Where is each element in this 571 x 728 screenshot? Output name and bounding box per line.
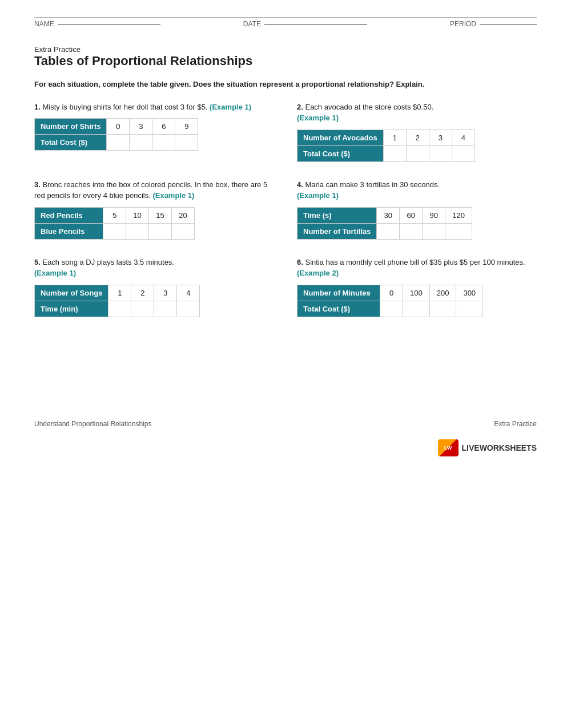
table-cell: 3 bbox=[429, 130, 452, 145]
table-row: Total Cost ($) bbox=[35, 135, 198, 151]
problem-3-text: 3. Bronc reaches into the box of colored… bbox=[34, 179, 274, 201]
row-header: Total Cost ($) bbox=[297, 301, 380, 317]
table-cell[interactable] bbox=[154, 301, 177, 317]
problem-1-number: 1. bbox=[34, 103, 41, 111]
table-cell: 6 bbox=[152, 119, 175, 135]
table-cell: 200 bbox=[429, 285, 456, 301]
problem-1-desc: Misty is buying shirts for her doll that… bbox=[42, 103, 207, 111]
instructions: For each situation, complete the table g… bbox=[34, 79, 537, 90]
row-header: Number of Avocados bbox=[297, 130, 384, 145]
table-cell[interactable] bbox=[429, 301, 456, 317]
row-header: Total Cost ($) bbox=[297, 145, 384, 161]
problem-1-text: 1. Misty is buying shirts for her doll t… bbox=[34, 102, 274, 113]
row-header: Time (s) bbox=[297, 207, 377, 223]
table-cell[interactable] bbox=[423, 223, 445, 239]
table-cell: 1 bbox=[383, 130, 406, 145]
table-cell[interactable] bbox=[400, 223, 423, 239]
problem-3-number: 3. bbox=[34, 180, 41, 189]
problem-6-number: 6. bbox=[297, 258, 303, 266]
problem-1-example: (Example 1) bbox=[210, 103, 251, 111]
footer-left: Understand Proportional Relationships bbox=[34, 420, 151, 428]
name-field: NAME bbox=[34, 20, 160, 28]
table-cell: 100 bbox=[403, 285, 430, 301]
table-cell[interactable] bbox=[131, 301, 154, 317]
problem-3-table: Red Pencils 5 10 15 20 Blue Pencils bbox=[34, 207, 195, 240]
problem-1: 1. Misty is buying shirts for her doll t… bbox=[34, 102, 274, 162]
table-cell: 120 bbox=[445, 207, 472, 223]
table-cell: 15 bbox=[149, 207, 172, 223]
problem-2: 2. Each avocado at the store costs $0.50… bbox=[297, 102, 537, 162]
problem-4-example: (Example 1) bbox=[297, 191, 339, 200]
row-header: Time (min) bbox=[35, 301, 108, 317]
footer: Understand Proportional Relationships Ex… bbox=[34, 420, 537, 428]
table-cell: 4 bbox=[177, 285, 200, 301]
table-cell[interactable] bbox=[107, 135, 130, 151]
table-cell: 90 bbox=[423, 207, 445, 223]
table-cell[interactable] bbox=[152, 135, 175, 151]
table-cell[interactable] bbox=[177, 301, 200, 317]
problem-4-desc: Maria can make 3 tortillas in 30 seconds… bbox=[305, 180, 440, 189]
table-cell: 2 bbox=[131, 285, 154, 301]
date-field: DATE bbox=[243, 20, 367, 28]
problem-2-desc: Each avocado at the store costs $0.50. bbox=[305, 103, 433, 111]
table-row: Number of Minutes 0 100 200 300 bbox=[297, 285, 483, 301]
row-header: Total Cost ($) bbox=[35, 135, 107, 151]
problem-6-table: Number of Minutes 0 100 200 300 Total Co… bbox=[297, 285, 483, 317]
name-label: NAME bbox=[34, 20, 54, 28]
problem-4-text: 4. Maria can make 3 tortillas in 30 seco… bbox=[297, 179, 537, 201]
table-cell: 2 bbox=[406, 130, 429, 145]
problem-5-desc: Each song a DJ plays lasts 3.5 minutes. bbox=[42, 258, 174, 266]
name-line bbox=[58, 24, 160, 25]
table-cell[interactable] bbox=[380, 301, 403, 317]
table-cell: 4 bbox=[452, 130, 475, 145]
problem-6-example: (Example 2) bbox=[297, 269, 339, 277]
problem-5: 5. Each song a DJ plays lasts 3.5 minute… bbox=[34, 257, 274, 317]
table-row: Red Pencils 5 10 15 20 bbox=[35, 207, 195, 223]
date-label: DATE bbox=[243, 20, 261, 28]
table-cell[interactable] bbox=[445, 223, 472, 239]
row-header: Number of Minutes bbox=[297, 285, 380, 301]
problem-2-table: Number of Avocados 1 2 3 4 Total Cost ($… bbox=[297, 130, 475, 162]
table-row: Time (min) bbox=[35, 301, 200, 317]
table-cell[interactable] bbox=[130, 135, 152, 151]
table-cell[interactable] bbox=[149, 223, 172, 239]
table-row: Time (s) 30 60 90 120 bbox=[297, 207, 472, 223]
table-cell[interactable] bbox=[172, 223, 195, 239]
row-header: Number of Songs bbox=[35, 285, 108, 301]
row-header: Number of Shirts bbox=[35, 119, 107, 135]
table-cell[interactable] bbox=[383, 145, 406, 161]
table-cell[interactable] bbox=[452, 145, 475, 161]
title-section: Extra Practice Tables of Proportional Re… bbox=[34, 45, 537, 68]
table-row: Number of Tortillas bbox=[297, 223, 472, 239]
table-cell[interactable] bbox=[108, 301, 131, 317]
row-header: Red Pencils bbox=[35, 207, 103, 223]
problem-5-example: (Example 1) bbox=[34, 269, 76, 277]
problem-6-text: 6. Sintia has a monthly cell phone bill … bbox=[297, 257, 537, 279]
date-line bbox=[264, 24, 367, 25]
period-label: PERIOD bbox=[450, 20, 476, 28]
liveworksheets-branding: LW LIVEWORKSHEETS bbox=[34, 439, 537, 456]
table-row: Number of Songs 1 2 3 4 bbox=[35, 285, 200, 301]
period-line bbox=[480, 24, 537, 25]
table-cell[interactable] bbox=[126, 223, 149, 239]
problem-2-example: (Example 1) bbox=[297, 114, 339, 122]
table-cell[interactable] bbox=[429, 145, 452, 161]
table-cell[interactable] bbox=[403, 301, 430, 317]
table-cell: 30 bbox=[377, 207, 400, 223]
table-cell[interactable] bbox=[456, 301, 483, 317]
table-cell: 0 bbox=[380, 285, 403, 301]
table-cell[interactable] bbox=[406, 145, 429, 161]
problem-5-number: 5. bbox=[34, 258, 41, 266]
problem-3: 3. Bronc reaches into the box of colored… bbox=[34, 179, 274, 240]
liveworksheets-text: LIVEWORKSHEETS bbox=[462, 443, 537, 452]
table-cell: 3 bbox=[154, 285, 177, 301]
period-field: PERIOD bbox=[450, 20, 537, 28]
problem-2-number: 2. bbox=[297, 103, 303, 111]
problem-3-desc: Bronc reaches into the box of colored pe… bbox=[34, 180, 267, 200]
table-cell[interactable] bbox=[175, 135, 198, 151]
subtitle: Extra Practice bbox=[34, 45, 537, 54]
row-header: Blue Pencils bbox=[35, 223, 103, 239]
table-cell[interactable] bbox=[103, 223, 126, 239]
table-cell[interactable] bbox=[377, 223, 400, 239]
lw-icon-text: LW bbox=[444, 445, 452, 451]
